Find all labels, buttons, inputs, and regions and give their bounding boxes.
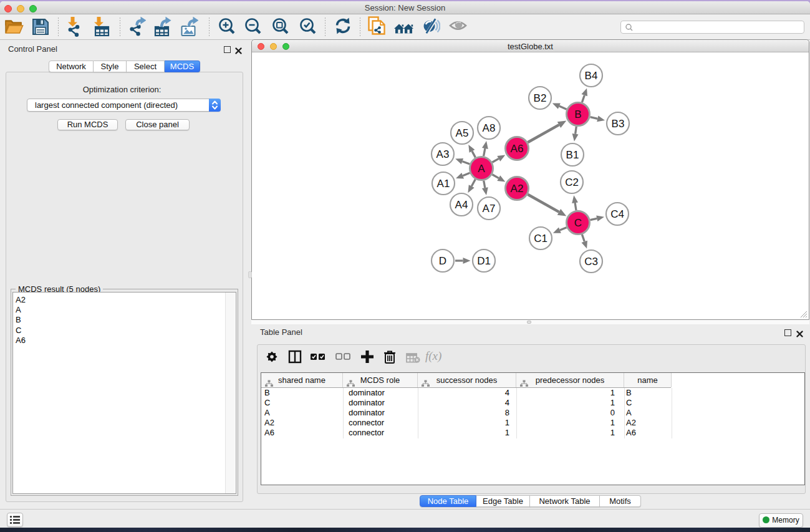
svg-text:C3: C3 xyxy=(584,256,598,268)
svg-text:A8: A8 xyxy=(483,122,496,134)
svg-text:A5: A5 xyxy=(456,127,469,139)
svg-text:A3: A3 xyxy=(436,148,450,160)
svg-text:B: B xyxy=(574,109,581,120)
svg-text:C2: C2 xyxy=(565,177,579,188)
svg-text:D1: D1 xyxy=(477,255,491,267)
svg-text:B1: B1 xyxy=(566,149,579,161)
svg-text:C: C xyxy=(574,217,582,229)
svg-text:A1: A1 xyxy=(437,178,450,190)
svg-text:C1: C1 xyxy=(534,233,547,244)
svg-text:B2: B2 xyxy=(534,92,547,104)
svg-text:A2: A2 xyxy=(511,183,524,195)
svg-text:A4: A4 xyxy=(455,199,468,211)
svg-text:A7: A7 xyxy=(483,203,496,215)
svg-text:B4: B4 xyxy=(585,70,598,82)
svg-text:C4: C4 xyxy=(610,208,624,220)
svg-text:D: D xyxy=(439,255,446,267)
svg-text:A: A xyxy=(478,163,485,175)
svg-text:B3: B3 xyxy=(612,118,625,130)
svg-text:A6: A6 xyxy=(511,143,524,155)
